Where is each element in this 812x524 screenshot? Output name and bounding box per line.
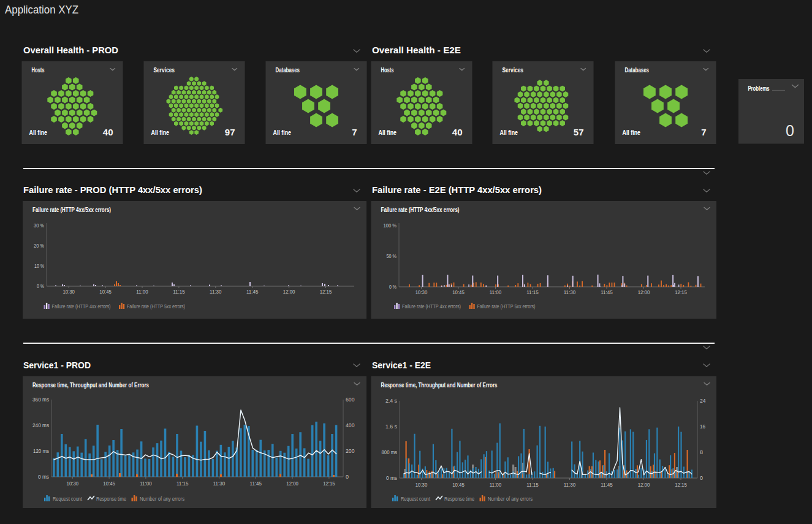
svg-text:Failure rate (HTTP 4xx/5xx err: Failure rate (HTTP 4xx/5xx errors) xyxy=(32,206,111,213)
svg-text:Failure rate (HTTP 4xx errors): Failure rate (HTTP 4xx errors) xyxy=(52,303,111,309)
svg-text:24: 24 xyxy=(700,397,706,404)
svg-text:20 %: 20 % xyxy=(34,242,44,249)
svg-text:10:30: 10:30 xyxy=(63,288,75,295)
svg-text:10 %: 10 % xyxy=(34,262,44,269)
svg-text:11:30: 11:30 xyxy=(210,288,222,295)
svg-text:11:30: 11:30 xyxy=(564,289,576,295)
svg-text:Services: Services xyxy=(503,67,524,74)
svg-text:12:15: 12:15 xyxy=(320,288,332,295)
svg-text:12:15: 12:15 xyxy=(675,289,687,295)
svg-text:Failure rate (HTTP 4xx/5xx err: Failure rate (HTTP 4xx/5xx errors) xyxy=(381,206,460,213)
svg-text:400: 400 xyxy=(346,422,355,428)
svg-text:Failure rate (HTTP 4xx errors): Failure rate (HTTP 4xx errors) xyxy=(402,303,461,309)
svg-text:All fine: All fine xyxy=(500,129,518,136)
svg-text:0 ms: 0 ms xyxy=(386,474,397,481)
svg-text:12:00: 12:00 xyxy=(283,288,295,295)
svg-text:All fine: All fine xyxy=(29,129,48,136)
svg-text:Problems: Problems xyxy=(748,85,770,92)
svg-text:97: 97 xyxy=(225,127,235,137)
svg-text:11:15: 11:15 xyxy=(176,480,189,487)
svg-text:0: 0 xyxy=(346,473,349,480)
svg-text:Application XYZ: Application XYZ xyxy=(5,3,78,16)
svg-text:10:45: 10:45 xyxy=(452,289,465,295)
svg-text:12:15: 12:15 xyxy=(675,481,687,488)
svg-text:Response time, Throughput and: Response time, Throughput and Number of … xyxy=(381,381,498,389)
svg-text:All fine: All fine xyxy=(273,129,292,136)
svg-text:10:30: 10:30 xyxy=(415,289,428,295)
svg-text:Response time: Response time xyxy=(96,495,126,502)
svg-text:Databases: Databases xyxy=(276,67,300,74)
svg-text:12:00: 12:00 xyxy=(638,289,650,295)
svg-text:10:45: 10:45 xyxy=(103,480,115,487)
svg-text:Service1 - E2E: Service1 - E2E xyxy=(372,360,431,370)
svg-text:Overall Health - PROD: Overall Health - PROD xyxy=(23,45,118,55)
svg-text:Response time, Throughput and: Response time, Throughput and Number of … xyxy=(32,381,149,389)
svg-text:11:00: 11:00 xyxy=(490,481,502,488)
svg-text:Number of any errors: Number of any errors xyxy=(488,495,533,502)
svg-text:50 %: 50 % xyxy=(387,253,397,259)
svg-text:2.4 s: 2.4 s xyxy=(385,397,397,404)
svg-text:0: 0 xyxy=(700,474,703,481)
svg-text:All fine: All fine xyxy=(151,129,170,136)
svg-text:30 %: 30 % xyxy=(34,222,44,229)
svg-text:10:45: 10:45 xyxy=(452,481,465,488)
svg-text:11:45: 11:45 xyxy=(601,289,613,295)
svg-text:10:45: 10:45 xyxy=(99,288,112,295)
svg-text:8: 8 xyxy=(700,449,703,455)
svg-text:Service1 - PROD: Service1 - PROD xyxy=(23,360,91,370)
svg-text:11:45: 11:45 xyxy=(601,481,613,488)
svg-text:40: 40 xyxy=(452,127,463,137)
svg-text:1.6 s: 1.6 s xyxy=(385,423,397,430)
svg-text:0 ms: 0 ms xyxy=(38,473,49,480)
svg-text:11:00: 11:00 xyxy=(490,289,502,295)
svg-text:Databases: Databases xyxy=(625,67,650,74)
svg-text:600: 600 xyxy=(346,396,355,403)
svg-text:200: 200 xyxy=(346,447,355,454)
svg-text:Failure rate (HTTP 5xx errors): Failure rate (HTTP 5xx errors) xyxy=(477,303,536,309)
svg-text:100 %: 100 % xyxy=(384,222,397,229)
svg-text:11:15: 11:15 xyxy=(526,481,539,488)
svg-text:All fine: All fine xyxy=(379,129,397,136)
svg-text:11:30: 11:30 xyxy=(213,480,226,487)
svg-text:11:15: 11:15 xyxy=(173,288,185,295)
svg-text:Failure rate - E2E (HTTP 4xx/5: Failure rate - E2E (HTTP 4xx/5xx errors) xyxy=(372,184,542,195)
svg-text:11:45: 11:45 xyxy=(246,288,259,295)
svg-text:120 ms: 120 ms xyxy=(33,447,49,454)
svg-text:11:30: 11:30 xyxy=(564,481,576,488)
svg-text:0 %: 0 % xyxy=(389,283,397,290)
svg-text:Request count: Request count xyxy=(53,495,82,502)
svg-text:11:00: 11:00 xyxy=(140,480,152,487)
svg-text:7: 7 xyxy=(352,127,357,137)
svg-text:Request count: Request count xyxy=(401,495,430,502)
svg-text:11:45: 11:45 xyxy=(250,480,262,487)
svg-text:All fine: All fine xyxy=(623,129,641,136)
svg-text:11:15: 11:15 xyxy=(526,289,539,295)
svg-text:11:00: 11:00 xyxy=(136,288,148,295)
svg-text:12:00: 12:00 xyxy=(286,480,298,487)
svg-text:Number of any errors: Number of any errors xyxy=(140,495,184,502)
svg-text:Services: Services xyxy=(154,67,175,74)
svg-text:0 %: 0 % xyxy=(37,283,44,289)
svg-text:0: 0 xyxy=(786,122,794,139)
svg-text:Failure rate - PROD (HTTP 4xx/: Failure rate - PROD (HTTP 4xx/5xx errors… xyxy=(23,184,202,195)
svg-text:Overall Health - E2E: Overall Health - E2E xyxy=(372,45,461,55)
svg-text:12:15: 12:15 xyxy=(323,480,335,487)
svg-text:Hosts: Hosts xyxy=(32,67,45,74)
svg-text:57: 57 xyxy=(574,127,584,137)
svg-text:360 ms: 360 ms xyxy=(32,396,49,403)
svg-text:40: 40 xyxy=(103,127,113,137)
svg-text:7: 7 xyxy=(701,127,706,137)
svg-text:800 ms: 800 ms xyxy=(382,449,398,455)
svg-text:16: 16 xyxy=(700,423,705,430)
svg-text:Failure rate (HTTP 5xx errors): Failure rate (HTTP 5xx errors) xyxy=(127,303,185,309)
svg-text:Response time: Response time xyxy=(444,495,474,502)
svg-text:10:30: 10:30 xyxy=(415,481,428,488)
svg-text:Hosts: Hosts xyxy=(381,67,394,74)
svg-text:10:30: 10:30 xyxy=(67,480,79,487)
svg-text:240 ms: 240 ms xyxy=(32,422,49,428)
svg-text:12:00: 12:00 xyxy=(638,481,650,488)
